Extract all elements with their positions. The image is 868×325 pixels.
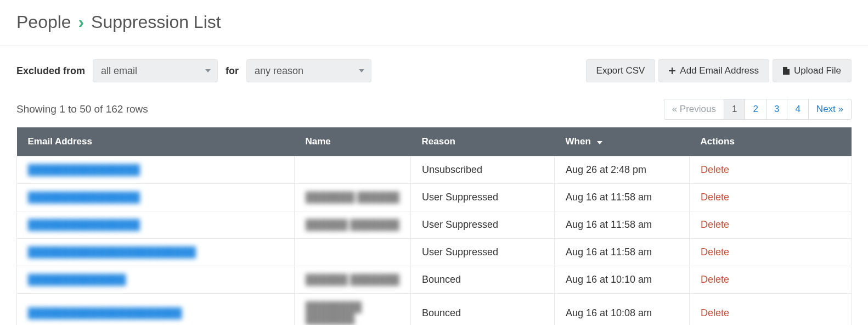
file-icon (783, 67, 790, 75)
when-cell: Aug 16 at 10:08 am (555, 294, 690, 326)
delete-link[interactable]: Delete (701, 192, 729, 203)
email-link[interactable]: ████████████████ (28, 192, 140, 203)
pagination-page-3[interactable]: 3 (766, 99, 787, 120)
sort-desc-icon (597, 136, 602, 147)
column-header-reason[interactable]: Reason (411, 127, 555, 156)
delete-link[interactable]: Delete (701, 307, 729, 318)
reason-cell: Bounced (411, 266, 555, 294)
column-header-name[interactable]: Name (295, 127, 411, 156)
chevron-down-icon (359, 69, 364, 72)
upload-file-label: Upload File (794, 65, 841, 76)
delete-link[interactable]: Delete (701, 274, 729, 285)
chevron-down-icon (205, 69, 211, 72)
export-csv-label: Export CSV (596, 65, 645, 76)
table-row: ████████████████████████User SuppressedA… (17, 239, 852, 266)
name-cell: ██████ ███████ (306, 219, 399, 231)
email-link[interactable]: ████████████████████████ (28, 246, 196, 258)
table-row: ███████████████████████ ██████User Suppr… (17, 184, 852, 211)
pagination-page-1[interactable]: 1 (724, 99, 745, 120)
suppression-table: Email Address Name Reason When Actions █… (16, 127, 852, 325)
reason-cell: User Suppressed (411, 211, 555, 239)
upload-file-button[interactable]: Upload File (773, 59, 852, 82)
column-header-when[interactable]: When (555, 127, 690, 156)
breadcrumb-root[interactable]: People (16, 12, 71, 32)
delete-link[interactable]: Delete (701, 246, 729, 257)
column-header-when-label: When (566, 136, 591, 147)
column-header-actions: Actions (690, 127, 852, 156)
table-row: ██████████████████████ ███████User Suppr… (17, 211, 852, 239)
column-header-email[interactable]: Email Address (17, 127, 295, 156)
showing-text: Showing 1 to 50 of 162 rows (16, 103, 148, 115)
name-cell: ████████ ███████ (306, 301, 399, 324)
when-cell: Aug 16 at 10:10 am (555, 266, 690, 294)
delete-link[interactable]: Delete (701, 219, 729, 230)
table-row: ████████████████████ ███████BouncedAug 1… (17, 266, 852, 294)
table-row: ██████████████████████████████ ███████Bo… (17, 294, 852, 326)
pagination-prev: « Previous (664, 99, 724, 120)
pagination-page-4[interactable]: 4 (787, 99, 808, 120)
breadcrumb-separator-icon: › (76, 12, 87, 32)
name-cell: ███████ ██████ (306, 192, 399, 203)
reason-value: any reason (255, 65, 303, 77)
delete-link[interactable]: Delete (701, 164, 729, 175)
email-link[interactable]: ████████████████ (28, 164, 140, 176)
plus-icon (669, 68, 675, 74)
excluded-from-select[interactable]: all email (93, 59, 218, 82)
excluded-from-label: Excluded from (16, 65, 85, 77)
add-email-label: Add Email Address (680, 65, 759, 76)
reason-cell: User Suppressed (411, 239, 555, 266)
name-cell: ██████ ███████ (306, 274, 399, 285)
for-label: for (226, 65, 239, 77)
when-cell: Aug 16 at 11:58 am (555, 184, 690, 211)
reason-cell: User Suppressed (411, 184, 555, 211)
email-link[interactable]: ████████████████ (28, 219, 140, 231)
when-cell: Aug 26 at 2:48 pm (555, 156, 690, 184)
table-row: ████████████████UnsubscribedAug 26 at 2:… (17, 156, 852, 184)
reason-select[interactable]: any reason (246, 59, 371, 82)
when-cell: Aug 16 at 11:58 am (555, 239, 690, 266)
reason-cell: Unsubscribed (411, 156, 555, 184)
email-link[interactable]: ██████████████ (28, 274, 126, 285)
pagination-page-2[interactable]: 2 (745, 99, 766, 120)
excluded-from-value: all email (101, 65, 137, 77)
pagination: « Previous1234Next » (664, 99, 852, 120)
when-cell: Aug 16 at 11:58 am (555, 211, 690, 239)
breadcrumb-leaf: Suppression List (91, 12, 221, 32)
reason-cell: Bounced (411, 294, 555, 326)
pagination-next[interactable]: Next » (808, 99, 852, 120)
email-link[interactable]: ██████████████████████ (28, 307, 182, 319)
add-email-button[interactable]: Add Email Address (658, 59, 769, 82)
breadcrumb: People › Suppression List (16, 12, 852, 32)
export-csv-button[interactable]: Export CSV (586, 59, 656, 82)
